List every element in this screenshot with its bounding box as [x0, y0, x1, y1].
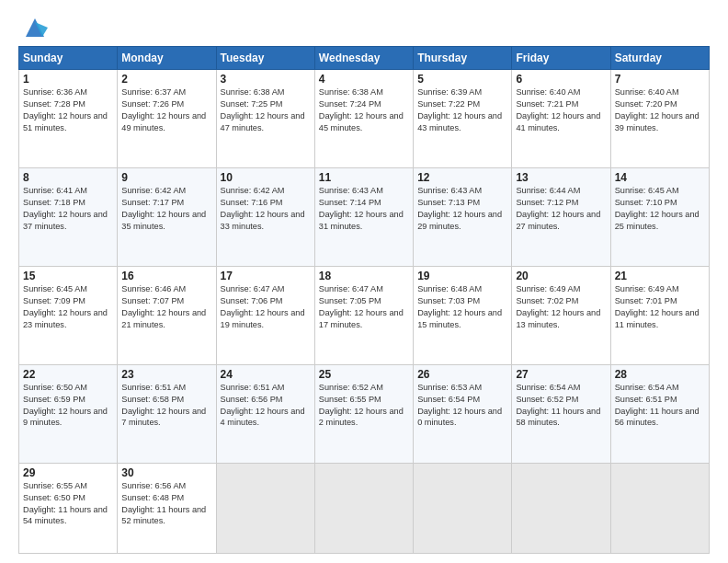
calendar-cell: 19 Sunrise: 6:48 AMSunset: 7:03 PMDaylig…: [414, 266, 512, 364]
header: [18, 15, 710, 40]
day-number: 21: [615, 270, 705, 282]
day-number: 25: [319, 368, 409, 381]
day-info: Sunrise: 6:42 AMSunset: 7:16 PMDaylight:…: [221, 186, 305, 231]
page: SundayMondayTuesdayWednesdayThursdayFrid…: [0, 0, 728, 563]
calendar-cell: 3 Sunrise: 6:38 AMSunset: 7:25 PMDayligh…: [216, 70, 314, 168]
logo: [18, 18, 48, 40]
calendar-cell: [216, 463, 314, 553]
calendar-cell: 6 Sunrise: 6:40 AMSunset: 7:21 PMDayligh…: [512, 70, 610, 168]
calendar-cell: 28 Sunrise: 6:54 AMSunset: 6:51 PMDaylig…: [610, 364, 709, 463]
day-info: Sunrise: 6:37 AMSunset: 7:26 PMDaylight:…: [121, 87, 206, 132]
day-header-tuesday: Tuesday: [216, 47, 314, 70]
day-info: Sunrise: 6:39 AMSunset: 7:22 PMDaylight:…: [417, 87, 502, 132]
day-info: Sunrise: 6:51 AMSunset: 6:58 PMDaylight:…: [121, 383, 206, 428]
day-info: Sunrise: 6:48 AMSunset: 7:03 PMDaylight:…: [417, 284, 502, 329]
day-number: 15: [23, 270, 113, 282]
day-info: Sunrise: 6:45 AMSunset: 7:09 PMDaylight:…: [23, 284, 108, 329]
day-info: Sunrise: 6:40 AMSunset: 7:20 PMDaylight:…: [615, 87, 700, 132]
day-number: 7: [615, 73, 705, 86]
day-info: Sunrise: 6:56 AMSunset: 6:48 PMDaylight:…: [121, 481, 206, 526]
day-number: 6: [516, 73, 606, 86]
day-info: Sunrise: 6:44 AMSunset: 7:12 PMDaylight:…: [516, 186, 600, 231]
calendar-cell: 5 Sunrise: 6:39 AMSunset: 7:22 PMDayligh…: [414, 70, 512, 168]
day-number: 26: [417, 368, 507, 381]
calendar-cell: 18 Sunrise: 6:47 AMSunset: 7:05 PMDaylig…: [314, 266, 413, 364]
day-number: 17: [221, 270, 311, 282]
day-number: 4: [319, 73, 409, 86]
calendar-cell: 11 Sunrise: 6:43 AMSunset: 7:14 PMDaylig…: [314, 167, 413, 266]
calendar-cell: [610, 463, 709, 553]
day-header-thursday: Thursday: [414, 47, 512, 70]
calendar-week-row: 29 Sunrise: 6:55 AMSunset: 6:50 PMDaylig…: [19, 463, 710, 553]
day-header-friday: Friday: [512, 47, 610, 70]
day-number: 16: [121, 270, 211, 282]
calendar-cell: 17 Sunrise: 6:47 AMSunset: 7:06 PMDaylig…: [216, 266, 314, 364]
day-number: 29: [23, 466, 113, 479]
calendar-cell: 29 Sunrise: 6:55 AMSunset: 6:50 PMDaylig…: [19, 463, 118, 553]
calendar-week-row: 1 Sunrise: 6:36 AMSunset: 7:28 PMDayligh…: [19, 70, 710, 168]
day-info: Sunrise: 6:43 AMSunset: 7:14 PMDaylight:…: [319, 186, 404, 231]
day-number: 28: [615, 368, 705, 381]
calendar-cell: 7 Sunrise: 6:40 AMSunset: 7:20 PMDayligh…: [610, 70, 709, 168]
day-number: 23: [121, 368, 211, 381]
day-info: Sunrise: 6:49 AMSunset: 7:01 PMDaylight:…: [615, 284, 700, 329]
logo-icon: [22, 15, 48, 40]
day-number: 8: [23, 171, 113, 184]
day-info: Sunrise: 6:46 AMSunset: 7:07 PMDaylight:…: [121, 284, 206, 329]
calendar-cell: [512, 463, 610, 553]
calendar-header-row: SundayMondayTuesdayWednesdayThursdayFrid…: [19, 47, 710, 70]
calendar-cell: 12 Sunrise: 6:43 AMSunset: 7:13 PMDaylig…: [414, 167, 512, 266]
day-info: Sunrise: 6:49 AMSunset: 7:02 PMDaylight:…: [516, 284, 600, 329]
day-info: Sunrise: 6:54 AMSunset: 6:51 PMDaylight:…: [615, 383, 700, 428]
calendar-cell: 14 Sunrise: 6:45 AMSunset: 7:10 PMDaylig…: [610, 167, 709, 266]
day-number: 2: [121, 73, 211, 86]
day-number: 22: [23, 368, 113, 381]
calendar-week-row: 22 Sunrise: 6:50 AMSunset: 6:59 PMDaylig…: [19, 364, 710, 463]
calendar-table: SundayMondayTuesdayWednesdayThursdayFrid…: [18, 46, 710, 554]
day-info: Sunrise: 6:38 AMSunset: 7:24 PMDaylight:…: [319, 87, 404, 132]
calendar-cell: 9 Sunrise: 6:42 AMSunset: 7:17 PMDayligh…: [118, 167, 216, 266]
day-info: Sunrise: 6:53 AMSunset: 6:54 PMDaylight:…: [417, 383, 502, 428]
day-header-wednesday: Wednesday: [314, 47, 413, 70]
calendar-cell: 24 Sunrise: 6:51 AMSunset: 6:56 PMDaylig…: [216, 364, 314, 463]
day-info: Sunrise: 6:54 AMSunset: 6:52 PMDaylight:…: [516, 383, 600, 428]
day-number: 10: [221, 171, 311, 184]
calendar-cell: 25 Sunrise: 6:52 AMSunset: 6:55 PMDaylig…: [314, 364, 413, 463]
day-number: 19: [417, 270, 507, 282]
day-info: Sunrise: 6:51 AMSunset: 6:56 PMDaylight:…: [221, 383, 305, 428]
calendar-cell: 15 Sunrise: 6:45 AMSunset: 7:09 PMDaylig…: [19, 266, 118, 364]
day-info: Sunrise: 6:40 AMSunset: 7:21 PMDaylight:…: [516, 87, 600, 132]
day-number: 24: [221, 368, 311, 381]
calendar-cell: 1 Sunrise: 6:36 AMSunset: 7:28 PMDayligh…: [19, 70, 118, 168]
day-header-monday: Monday: [118, 47, 216, 70]
calendar-cell: 10 Sunrise: 6:42 AMSunset: 7:16 PMDaylig…: [216, 167, 314, 266]
day-number: 14: [615, 171, 705, 184]
day-info: Sunrise: 6:55 AMSunset: 6:50 PMDaylight:…: [23, 481, 108, 526]
calendar-cell: [414, 463, 512, 553]
day-info: Sunrise: 6:42 AMSunset: 7:17 PMDaylight:…: [121, 186, 206, 231]
day-number: 5: [417, 73, 507, 86]
day-header-saturday: Saturday: [610, 47, 709, 70]
calendar-cell: 26 Sunrise: 6:53 AMSunset: 6:54 PMDaylig…: [414, 364, 512, 463]
day-info: Sunrise: 6:41 AMSunset: 7:18 PMDaylight:…: [23, 186, 108, 231]
day-info: Sunrise: 6:47 AMSunset: 7:05 PMDaylight:…: [319, 284, 404, 329]
day-info: Sunrise: 6:52 AMSunset: 6:55 PMDaylight:…: [319, 383, 404, 428]
day-info: Sunrise: 6:50 AMSunset: 6:59 PMDaylight:…: [23, 383, 108, 428]
day-info: Sunrise: 6:45 AMSunset: 7:10 PMDaylight:…: [615, 186, 700, 231]
calendar-cell: 20 Sunrise: 6:49 AMSunset: 7:02 PMDaylig…: [512, 266, 610, 364]
day-number: 3: [221, 73, 311, 86]
calendar-cell: 22 Sunrise: 6:50 AMSunset: 6:59 PMDaylig…: [19, 364, 118, 463]
day-number: 27: [516, 368, 606, 381]
calendar-cell: 2 Sunrise: 6:37 AMSunset: 7:26 PMDayligh…: [118, 70, 216, 168]
calendar-cell: 8 Sunrise: 6:41 AMSunset: 7:18 PMDayligh…: [19, 167, 118, 266]
day-number: 12: [417, 171, 507, 184]
calendar-cell: [314, 463, 413, 553]
calendar-cell: 27 Sunrise: 6:54 AMSunset: 6:52 PMDaylig…: [512, 364, 610, 463]
day-info: Sunrise: 6:36 AMSunset: 7:28 PMDaylight:…: [23, 87, 108, 132]
day-number: 13: [516, 171, 606, 184]
calendar-cell: 30 Sunrise: 6:56 AMSunset: 6:48 PMDaylig…: [118, 463, 216, 553]
calendar-cell: 23 Sunrise: 6:51 AMSunset: 6:58 PMDaylig…: [118, 364, 216, 463]
day-number: 1: [23, 73, 113, 86]
day-number: 30: [121, 466, 211, 479]
day-info: Sunrise: 6:47 AMSunset: 7:06 PMDaylight:…: [221, 284, 305, 329]
